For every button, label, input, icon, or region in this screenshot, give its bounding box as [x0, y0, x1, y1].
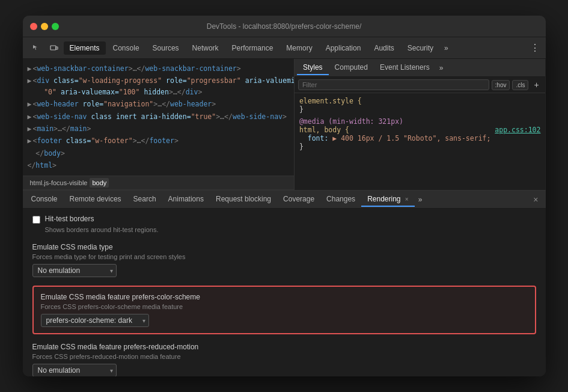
- filter-hov-button[interactable]: :hov: [492, 80, 510, 90]
- dom-tree[interactable]: ▶<web-snackbar-container>…</web-snackbar…: [23, 59, 294, 176]
- css-media-type-select[interactable]: No emulation: [32, 264, 117, 277]
- style-value: ▶ 400 16px / 1.5 "Roboto", sans-serif;: [332, 134, 490, 142]
- css-media-type-item: Emulate CSS media type Forces media type…: [32, 243, 536, 277]
- dom-line: ▶<web-snackbar-container>…</web-snackbar…: [28, 63, 289, 75]
- hit-test-label: Hit-test borders: [45, 215, 94, 223]
- css-media-type-label: Emulate CSS media type: [32, 243, 536, 251]
- prefers-color-scheme-label: Emulate CSS media feature prefers-color-…: [41, 293, 528, 301]
- prefers-reduced-motion-item: Emulate CSS media feature prefers-reduce…: [32, 343, 536, 376]
- style-property: font:: [308, 134, 329, 142]
- style-rule-selector: html, body {: [299, 126, 349, 134]
- tab-network[interactable]: Network: [186, 41, 225, 55]
- tab-audits[interactable]: Audits: [368, 41, 400, 55]
- dom-line: ▶<web-header role="navigation">…</web-he…: [28, 98, 289, 110]
- drawer-tab-remote-devices[interactable]: Remote devices: [64, 192, 127, 207]
- svg-rect-1: [56, 47, 58, 49]
- hit-test-desc: Shows borders around hit-test regions.: [45, 225, 536, 234]
- close-button[interactable]: [30, 23, 37, 30]
- prefers-color-scheme-select[interactable]: prefers-color-scheme: dark prefers-color…: [41, 314, 149, 327]
- tab-memory[interactable]: Memory: [280, 41, 318, 55]
- maximize-button[interactable]: [52, 23, 59, 30]
- right-tab-more[interactable]: »: [436, 61, 447, 75]
- toolbar-menu-icon[interactable]: ⋮: [529, 40, 541, 57]
- dom-line: ▶<footer class="w-footer">…</footer>: [28, 135, 289, 147]
- breadcrumb-item-body[interactable]: body: [90, 178, 109, 188]
- css-media-type-desc: Forces media type for testing print and …: [32, 253, 536, 260]
- toolbar-more-button[interactable]: »: [441, 41, 452, 55]
- filter-input[interactable]: [298, 79, 489, 90]
- rendering-tab-close[interactable]: ×: [405, 196, 409, 203]
- drawer-more-button[interactable]: »: [415, 193, 426, 206]
- css-media-type-select-wrapper: No emulation ▾: [32, 264, 117, 277]
- filter-add-button[interactable]: +: [531, 79, 542, 90]
- filter-bar: :hov .cls +: [295, 77, 546, 93]
- prefers-color-scheme-select-wrapper: prefers-color-scheme: dark prefers-color…: [41, 314, 149, 327]
- filter-cls-button[interactable]: .cls: [512, 80, 528, 90]
- drawer-tabs: Console Remote devices Search Animations…: [23, 191, 546, 209]
- drawer-close-button[interactable]: ×: [528, 192, 543, 207]
- drawer-tab-changes[interactable]: Changes: [320, 192, 361, 207]
- bottom-drawer: Console Remote devices Search Animations…: [23, 190, 546, 376]
- style-media-query: @media (min-width: 321px): [299, 117, 403, 126]
- drawer-tab-rendering[interactable]: Rendering ×: [361, 192, 415, 207]
- window-title: DevTools - localhost:8080/prefers-color-…: [207, 22, 361, 31]
- dom-line: ▶<div class="w-loading-progress" role="p…: [28, 75, 289, 98]
- tab-elements[interactable]: Elements: [64, 41, 106, 55]
- prefers-color-scheme-box: Emulate CSS media feature prefers-color-…: [32, 286, 536, 334]
- inspect-icon[interactable]: [28, 40, 44, 57]
- prefers-reduced-motion-select[interactable]: No emulation: [32, 364, 117, 376]
- prefers-color-scheme-desc: Forces CSS prefers-color-scheme media fe…: [41, 303, 528, 310]
- breadcrumb: html.js-focus-visible body: [23, 176, 294, 190]
- tab-performance[interactable]: Performance: [226, 41, 279, 55]
- drawer-tab-request-blocking[interactable]: Request blocking: [210, 192, 277, 207]
- style-selector: element.style {: [299, 97, 362, 105]
- rendering-content: Hit-test borders Shows borders around hi…: [23, 209, 546, 376]
- drawer-tab-animations[interactable]: Animations: [162, 192, 210, 207]
- style-source-link[interactable]: app.css:102: [495, 126, 540, 134]
- drawer-tab-console[interactable]: Console: [25, 192, 64, 207]
- dom-line: </html>: [28, 159, 289, 171]
- hit-test-borders-item: Hit-test borders Shows borders around hi…: [32, 215, 536, 234]
- breadcrumb-item-html[interactable]: html.js-focus-visible: [28, 178, 90, 188]
- hit-test-checkbox[interactable]: [32, 216, 40, 224]
- main-content: ▶<web-snackbar-container>…</web-snackbar…: [23, 59, 546, 190]
- drawer-tab-search[interactable]: Search: [127, 192, 162, 207]
- styles-tabs: Styles Computed Event Listeners »: [295, 59, 546, 77]
- device-icon[interactable]: [46, 40, 63, 57]
- dom-line: ▶<web-side-nav class inert aria-hidden="…: [28, 111, 289, 123]
- titlebar: DevTools - localhost:8080/prefers-color-…: [23, 16, 546, 37]
- tab-sources[interactable]: Sources: [147, 41, 185, 55]
- tab-styles[interactable]: Styles: [297, 61, 329, 75]
- style-rule-element: element.style { }: [299, 97, 541, 114]
- tab-computed[interactable]: Computed: [329, 61, 374, 75]
- devtools-window: DevTools - localhost:8080/prefers-color-…: [23, 16, 546, 376]
- tab-application[interactable]: Application: [320, 41, 367, 55]
- styles-panel: Styles Computed Event Listeners » :hov .…: [295, 59, 546, 190]
- prefers-reduced-motion-desc: Forces CSS prefers-reduced-motion media …: [32, 353, 536, 360]
- traffic-lights: [30, 23, 59, 30]
- svg-rect-0: [50, 46, 56, 50]
- elements-panel: ▶<web-snackbar-container>…</web-snackbar…: [23, 59, 295, 190]
- styles-content: element.style { } @media (min-width: 321…: [295, 93, 546, 190]
- minimize-button[interactable]: [41, 23, 48, 30]
- tab-security[interactable]: Security: [402, 41, 439, 55]
- prefers-reduced-motion-label: Emulate CSS media feature prefers-reduce…: [32, 343, 536, 351]
- style-rule-media: @media (min-width: 321px) html, body { a…: [299, 117, 541, 151]
- dom-line: </body>: [28, 147, 289, 159]
- tab-event-listeners[interactable]: Event Listeners: [374, 61, 436, 75]
- drawer-tab-coverage[interactable]: Coverage: [277, 192, 320, 207]
- prefers-reduced-motion-select-wrapper: No emulation ▾: [32, 364, 117, 376]
- dom-line: ▶<main>…</main>: [28, 123, 289, 135]
- main-toolbar: Elements Console Sources Network Perform…: [23, 37, 546, 59]
- tab-console[interactable]: Console: [107, 41, 145, 55]
